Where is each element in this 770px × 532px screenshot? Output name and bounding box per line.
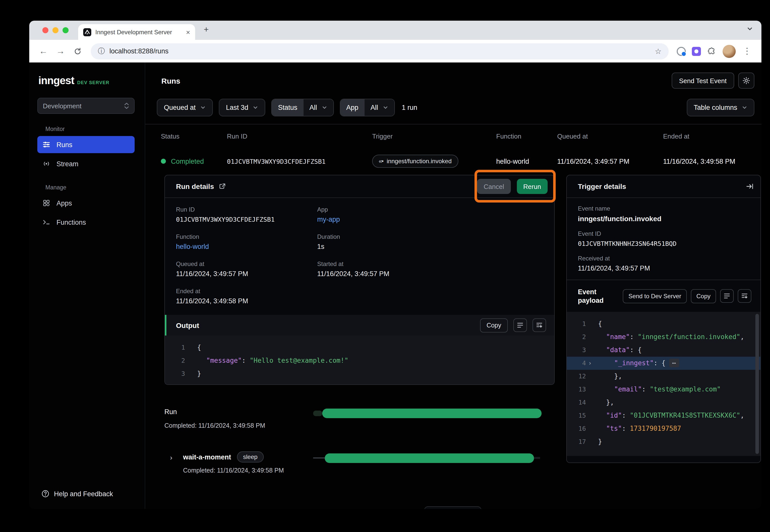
function-cell: hello-world	[496, 157, 557, 165]
event-trigger-icon: «•	[379, 158, 383, 165]
run-details-title: Run details	[176, 182, 214, 190]
help-and-feedback[interactable]: Help and Feedback	[41, 490, 113, 498]
chevron-down-icon	[322, 105, 327, 110]
sidebar-item-label: Runs	[56, 141, 72, 148]
browser-menu-icon[interactable]: ⋮	[742, 46, 752, 56]
app-filter[interactable]: App All	[340, 99, 395, 116]
line-number: 1	[165, 341, 185, 354]
timeline-run-row: Run Completed: 11/16/2024, 3:49:58 PM	[164, 406, 555, 436]
run-details-panel: Run details Cancel Rerun	[164, 175, 555, 385]
cancel-button[interactable]: Cancel	[477, 179, 510, 194]
function-link[interactable]: hello-world	[176, 243, 317, 250]
step-type-badge: sleep	[237, 451, 264, 462]
desktop: Inngest Development Server × + ← → ⓘ loc…	[0, 0, 770, 532]
timeline-run-bar[interactable]	[322, 409, 541, 418]
window-controls	[42, 27, 69, 33]
reload-button[interactable]	[70, 43, 86, 59]
line-number: 13	[567, 383, 586, 396]
tab-search-chevron-icon[interactable]	[746, 25, 753, 32]
browser-tab[interactable]: Inngest Development Server ×	[78, 24, 195, 40]
dev-server-badge: DEV SERVER	[77, 80, 109, 85]
scroll-to-bottom-icon[interactable]	[738, 289, 751, 303]
address-bar[interactable]: ⓘ localhost:8288/runs ☆	[91, 43, 669, 59]
field-duration: Duration 1s	[317, 233, 543, 260]
sidebar-item-runs[interactable]: Runs	[37, 136, 135, 153]
settings-gear-button[interactable]	[738, 73, 754, 89]
time-range-filter[interactable]: Last 3d	[219, 99, 266, 116]
code-line: 13"email": "test@example.com"	[567, 383, 760, 396]
line-number: 1	[567, 317, 586, 330]
sidebar-item-apps[interactable]: Apps	[37, 194, 135, 212]
page-title: Runs	[161, 76, 180, 85]
code-line: 15"id": "01JCVBTMTKR41S8STTKEXSKX6C",	[567, 409, 760, 422]
site-info-icon[interactable]: ⓘ	[98, 47, 105, 56]
sidebar-item-functions[interactable]: Functions	[37, 214, 135, 231]
timeline-step-row: › wait-a-moment sleep Completed: 11/16/2…	[164, 451, 555, 482]
bookmark-star-icon[interactable]: ☆	[655, 47, 662, 56]
chevron-down-icon	[200, 105, 206, 110]
close-window-button[interactable]	[42, 27, 48, 33]
tab-title: Inngest Development Server	[95, 28, 182, 36]
payload-copy-button[interactable]: Copy	[691, 289, 716, 303]
send-to-dev-server-button[interactable]: Send to Dev Server	[623, 289, 687, 303]
code-line: 2"message": "Hello test@example.com!"	[165, 354, 554, 367]
rerun-button[interactable]: Rerun	[516, 179, 547, 194]
send-test-event-button[interactable]: Send Test Event	[672, 73, 734, 89]
line-number: 4	[567, 357, 586, 370]
step-name: wait-a-moment	[183, 452, 231, 462]
wrap-lines-icon[interactable]	[720, 289, 734, 303]
col-header-status: Status	[161, 132, 227, 140]
output-code-block[interactable]: 1{2"message": "Hello test@example.com!"3…	[165, 336, 554, 385]
app-link[interactable]: my-app	[317, 216, 543, 223]
app-filter-label: App	[340, 99, 364, 116]
collapsed-content-ellipsis[interactable]: ⋯	[669, 359, 679, 367]
timeline-run-queue-segment	[313, 411, 322, 416]
table-columns-button[interactable]: Table columns	[687, 99, 754, 116]
minimize-window-button[interactable]	[52, 27, 58, 33]
partially-visible-element	[424, 506, 481, 509]
back-button[interactable]: ←	[35, 43, 51, 59]
field-received-at: Received at 11/16/2024, 3:49:57 PM	[578, 255, 749, 272]
zoom-window-button[interactable]	[62, 27, 69, 33]
event-payload-code-block[interactable]: 1{2"name": "inngest/function.invoked",3"…	[567, 312, 760, 456]
status-filter[interactable]: Status All	[272, 99, 334, 116]
scrollbar[interactable]	[755, 314, 759, 454]
sidebar: inngest DEV SERVER Development Monitor R…	[29, 62, 145, 509]
fold-chevron-icon[interactable]: ›	[586, 357, 594, 370]
queued-at-filter[interactable]: Queued at	[157, 99, 213, 116]
manage-section-label: Manage	[45, 184, 145, 190]
timeline-step-bar[interactable]	[325, 453, 534, 463]
field-event-name: Event name inngest/function.invoked	[578, 205, 749, 223]
output-copy-button[interactable]: Copy	[480, 318, 508, 332]
timeline-run-label: Run	[164, 406, 177, 418]
new-tab-button[interactable]: +	[204, 25, 209, 35]
timeline-step-connector	[313, 457, 325, 458]
sidebar-item-stream[interactable]: Stream	[37, 155, 135, 172]
line-number: 12	[567, 370, 586, 383]
expand-step-chevron-icon[interactable]: ›	[166, 452, 176, 462]
purple-extension-icon[interactable]	[692, 47, 701, 56]
forward-button[interactable]: →	[52, 43, 69, 59]
wrap-lines-icon[interactable]	[513, 318, 527, 332]
external-link-icon[interactable]	[219, 183, 226, 190]
field-run-id: Run ID 01JCVBTMV3WXY9D3CFDEJFZSB1	[176, 206, 317, 233]
output-header: Output Copy	[165, 315, 554, 336]
profile-avatar[interactable]	[723, 45, 736, 58]
extensions-puzzle-icon[interactable]	[707, 46, 717, 56]
inngest-app: inngest DEV SERVER Development Monitor R…	[29, 62, 761, 509]
line-number: 2	[165, 354, 185, 367]
environment-selector[interactable]: Development	[37, 98, 135, 114]
col-header-ended-at: Ended at	[663, 132, 761, 140]
scroll-to-bottom-icon[interactable]	[532, 318, 546, 332]
collapse-panel-icon[interactable]	[746, 182, 754, 190]
col-header-run-id: Run ID	[227, 132, 372, 140]
run-details-fields: Run ID 01JCVBTMV3WXY9D3CFDEJFZSB1 App my…	[165, 198, 554, 315]
runs-icon	[42, 141, 50, 149]
status-filter-label: Status	[272, 99, 304, 116]
close-tab-icon[interactable]: ×	[186, 28, 190, 36]
privacy-extension-icon[interactable]	[677, 47, 686, 56]
filter-bar: Queued at Last 3d Status All	[145, 89, 761, 124]
trigger-badge[interactable]: «• inngest/function.invoked	[372, 155, 458, 168]
table-row[interactable]: Completed 01JCVBTMV3WXY9D3CFDEJFZSB1 «• …	[145, 148, 761, 175]
field-app: App my-app	[317, 206, 543, 233]
